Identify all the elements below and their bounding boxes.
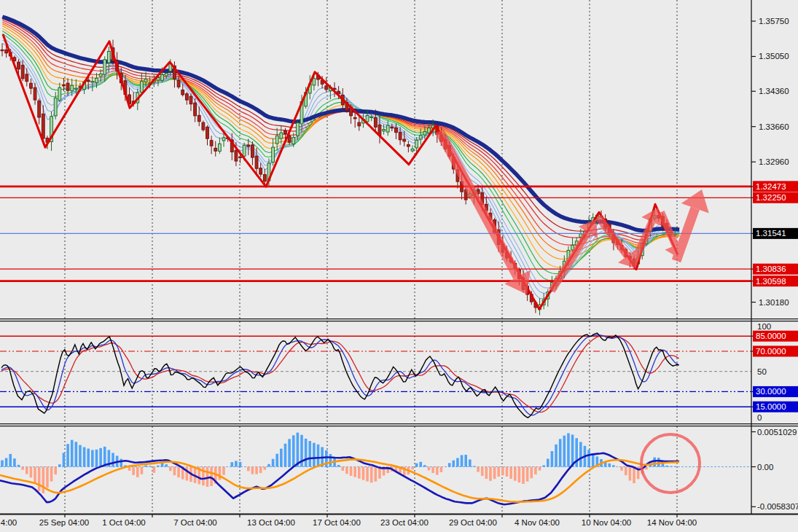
macd-histogram-bar: [13, 458, 16, 466]
candle-body: [415, 140, 418, 148]
macd-histogram-bar: [305, 439, 308, 467]
macd-histogram-bar: [275, 454, 278, 467]
macd-histogram-bar: [103, 447, 106, 467]
price-level-badge: 1.31541: [756, 229, 786, 238]
macd-histogram-bar: [353, 467, 356, 477]
ma-ribbon-line: [2, 24, 679, 252]
candle-body: [239, 157, 242, 157]
macd-histogram-bar: [551, 451, 554, 466]
macd-histogram-bar: [350, 467, 353, 476]
price-axis[interactable]: 1.357501.350501.343601.336601.329601.301…: [751, 17, 798, 511]
oscillator-mid-line: [1, 335, 679, 415]
macd-histogram-bar: [522, 467, 525, 485]
macd-histogram-bar: [63, 453, 66, 466]
price-tick-label: 1.35750: [759, 17, 789, 26]
price-level-badge: 1.30836: [756, 265, 786, 273]
macd-histogram-bar: [612, 465, 615, 466]
candle-body: [428, 128, 431, 133]
candle-body: [185, 94, 188, 100]
macd-histogram-bar: [141, 467, 144, 474]
macd-histogram-bar: [608, 463, 611, 467]
oscillator-level-badge: 85.0000: [756, 332, 786, 340]
candle-body: [194, 103, 197, 116]
macd-histogram-bar: [79, 445, 82, 467]
macd-histogram-bar: [75, 442, 78, 466]
macd-histogram-bar: [345, 467, 348, 474]
candle-body: [383, 130, 386, 131]
macd-histogram-bar: [259, 467, 262, 474]
trend-arrows-layer: [439, 131, 709, 294]
macd-histogram-bar: [21, 467, 24, 470]
price-tick-label: 1.32960: [759, 157, 789, 166]
date-label: 23 Oct 04:00: [380, 518, 429, 527]
macd-histogram-bar: [436, 467, 439, 475]
candle-body: [21, 65, 24, 78]
date-label: 4 Nov 04:00: [515, 518, 560, 527]
macd-histogram-bar: [375, 467, 378, 482]
macd-histogram-bar: [423, 465, 426, 466]
macd-histogram-bar: [317, 445, 320, 467]
macd-histogram-bar: [341, 467, 344, 471]
macd-histogram-bar: [481, 467, 484, 476]
macd-histogram-bar: [149, 466, 152, 466]
candle-body: [411, 149, 414, 151]
macd-histogram-bar: [563, 436, 566, 467]
macd-histogram-bar: [477, 467, 480, 472]
macd-histogram-bar: [292, 435, 295, 466]
macd-histogram-bar: [501, 467, 504, 476]
macd-histogram-bar: [620, 467, 623, 471]
macd-histogram-bar: [555, 445, 558, 467]
macd-histogram-bar: [284, 444, 287, 467]
macd-histogram-bar: [136, 467, 139, 477]
macd-histogram-bar: [559, 439, 562, 466]
candle-body: [91, 82, 94, 82]
macd-histogram-bar: [1, 461, 4, 467]
macd-histogram-bar: [267, 464, 270, 467]
macd-histogram-bar: [489, 467, 492, 481]
oscillator-panel[interactable]: [0, 321, 751, 423]
candle-body: [214, 148, 217, 151]
macd-histogram-bar: [539, 467, 541, 471]
macd-histogram-bar: [366, 467, 369, 482]
macd-histogram-bar: [448, 463, 451, 466]
candle-body: [280, 133, 283, 138]
macd-histogram-bar: [419, 462, 422, 467]
macd-histogram-bar: [567, 433, 570, 466]
macd-histogram-bar: [625, 467, 627, 476]
macd-histogram-bar: [308, 441, 311, 466]
macd-histogram-bar: [230, 462, 233, 466]
macd-tick-label: 0.00: [757, 463, 773, 472]
candle-body: [38, 101, 41, 117]
candle-body: [34, 87, 36, 100]
macd-histogram-bar: [239, 462, 242, 467]
price-chart[interactable]: 1.357501.350501.343601.336601.329601.301…: [0, 0, 798, 532]
candle-body: [181, 90, 184, 95]
trend-arrow-shaft[interactable]: [552, 232, 588, 291]
macd-tick-label: 0.0051029: [757, 428, 797, 437]
macd-histogram-bar: [99, 448, 102, 467]
candle-body: [30, 83, 33, 88]
candle-body: [395, 128, 398, 132]
time-axis[interactable]: 4:0025 Sep 04:001 Oct 04:007 Oct 04:0013…: [1, 514, 697, 527]
main-candle-panel[interactable]: [0, 0, 751, 318]
candle-body: [325, 86, 328, 90]
macd-histogram-bar: [370, 467, 373, 483]
candle-body: [87, 80, 90, 82]
macd-histogram-bar: [329, 454, 332, 466]
candle-body: [202, 122, 205, 130]
macd-histogram-bar: [313, 443, 316, 467]
macd-histogram-bar: [297, 433, 300, 467]
candle-body: [177, 80, 180, 87]
macd-histogram-bar: [46, 467, 49, 488]
macd-panel[interactable]: [0, 426, 751, 514]
zigzag-indicator-line[interactable]: [3, 34, 678, 309]
date-label: 14 Nov 04:00: [647, 518, 697, 527]
macd-histogram-bar: [485, 467, 488, 479]
date-label: 29 Oct 04:00: [449, 518, 497, 527]
candle-body: [99, 74, 102, 76]
candle-body: [251, 145, 254, 157]
candle-body: [189, 96, 192, 104]
macd-histogram-bar: [54, 467, 57, 475]
macd-histogram-bar: [518, 467, 521, 483]
candle-body: [358, 122, 361, 126]
